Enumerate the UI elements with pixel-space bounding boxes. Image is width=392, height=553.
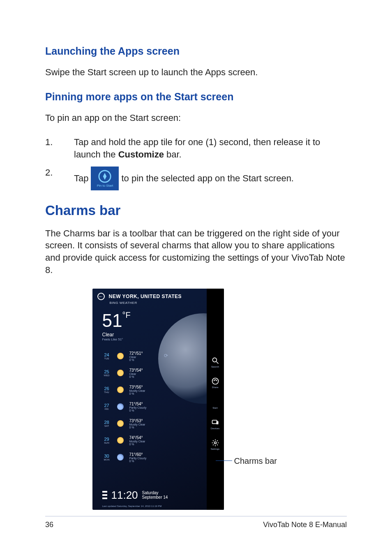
forecast-detail: 73°/53°Mostly Clear0 % [129, 419, 145, 429]
last-updated-label: Last updated Saturday, September 14, 201… [102, 505, 162, 507]
charms-bar-panel: Search Share Start Devices Settings [207, 289, 224, 510]
temperature-unit: °F [122, 310, 130, 319]
search-icon [211, 356, 219, 365]
charm-devices-label: Devices [210, 427, 221, 430]
svg-point-6 [214, 442, 216, 444]
step-1-text-b: bar. [164, 149, 182, 160]
forecast-row: 24TUE72°/51°Clear0 % [102, 351, 224, 361]
weather-icon [117, 437, 124, 444]
charm-share[interactable]: Share [210, 377, 221, 389]
pin-to-start-icon: Pin to Start [91, 167, 119, 190]
weather-icon [117, 420, 124, 427]
step-1-text-a: Tap and hold the app tile for one (1) se… [74, 137, 320, 160]
forecast-detail: 73°/54°Clear0 % [129, 368, 143, 378]
clock-date: September 14 [142, 495, 168, 500]
clock-dow: Saturday [142, 491, 168, 495]
forecast-row: 28SAT73°/53°Mostly Clear0 % [102, 419, 224, 429]
weather-icon [117, 454, 124, 460]
forecast-day: 25WED [102, 369, 111, 377]
forecast-list: ⟳ 24TUE72°/51°Clear0 %25WED73°/54°Clear0… [102, 351, 224, 463]
svg-point-3 [212, 378, 218, 384]
temperature-value: 51 [102, 310, 122, 331]
forecast-detail: 71°/54°Partly Cloudy0 % [129, 402, 147, 412]
step-2-text-a: Tap [74, 172, 88, 185]
page-number: 36 [45, 521, 53, 529]
clock-time: 11:20 [111, 489, 138, 502]
forecast-day: 24TUE [102, 352, 111, 360]
forecast-row: 29SUN74°/54°Mostly Clear0 % [102, 435, 224, 446]
heading-launching-apps: Launching the Apps screen [45, 45, 347, 57]
step-2: 2. Tap Pin to Start to pin the selected … [45, 167, 347, 190]
paragraph-swipe: Swipe the Start screen up to launch the … [45, 66, 347, 79]
charms-bar-figure: ← NEW YORK, UNITED STATES BING WEATHER 5… [92, 289, 300, 510]
charm-settings-label: Settings [210, 448, 221, 450]
step-2-text-b: to pin the selected app on the Start scr… [121, 172, 294, 185]
forecast-day: 28SAT [102, 420, 111, 427]
devices-icon [211, 418, 219, 426]
step-1: 1. Tap and hold the app tile for one (1)… [45, 136, 347, 160]
svg-point-1 [212, 358, 217, 362]
page-footer: 36 VivoTab Note 8 E-Manual [45, 516, 347, 529]
charm-devices[interactable]: Devices [210, 418, 221, 430]
callout-line [216, 460, 232, 461]
manual-title: VivoTab Note 8 E-Manual [263, 521, 347, 529]
paragraph-to-pin: To pin an app on the Start screen: [45, 112, 347, 124]
step-2-number: 2. [45, 167, 74, 190]
network-icon [102, 491, 107, 499]
windows-logo-icon [211, 398, 219, 406]
charm-start-label: Start [210, 407, 221, 409]
forecast-row: 27FRI71°/54°Partly Cloudy0 % [102, 402, 224, 412]
step-1-number: 1. [45, 136, 74, 160]
gear-icon [211, 439, 219, 447]
forecast-day: 26THU [102, 386, 111, 393]
paragraph-charms-desc: The Charms bar is a toolbar that can be … [45, 227, 347, 276]
charm-search[interactable]: Search [210, 356, 221, 368]
forecast-detail: 73°/56°Mostly Clear0 % [129, 385, 145, 395]
step-2-text: Tap Pin to Start to pin the selected app… [74, 167, 347, 190]
share-icon [211, 377, 219, 385]
weather-icon [117, 370, 124, 376]
forecast-detail: 72°/51°Clear0 % [129, 351, 143, 361]
back-icon[interactable]: ← [97, 293, 105, 300]
weather-icon [117, 403, 124, 410]
weather-icon [117, 353, 124, 359]
time-bar: 11:20 Saturday September 14 [102, 489, 168, 502]
city-label: NEW YORK, UNITED STATES [109, 294, 182, 299]
charm-search-label: Search [210, 366, 221, 368]
forecast-detail: 74°/54°Mostly Clear0 % [129, 435, 145, 446]
step-1-text: Tap and hold the app tile for one (1) se… [74, 136, 347, 160]
charm-settings[interactable]: Settings [210, 439, 221, 450]
step-1-bold: Customize [118, 149, 164, 160]
forecast-day: 30MON [102, 454, 111, 461]
pin-icon [98, 169, 112, 183]
charm-share-label: Share [210, 386, 221, 389]
forecast-row: 26THU73°/56°Mostly Clear0 % [102, 385, 224, 395]
pin-icon-label: Pin to Start [97, 184, 113, 187]
heading-pinning-apps: Pinning more apps on the Start screen [45, 91, 347, 103]
heading-charms-bar: Charms bar [45, 203, 347, 218]
forecast-detail: 71°/60°Partly Cloudy0 % [129, 452, 147, 463]
weather-icon [117, 386, 124, 393]
svg-rect-5 [216, 421, 218, 424]
svg-line-2 [216, 361, 218, 363]
forecast-row: 25WED73°/54°Clear0 % [102, 368, 224, 378]
svg-rect-4 [212, 420, 217, 423]
pin-steps-list: 1. Tap and hold the app tile for one (1)… [45, 136, 347, 190]
weather-app-screenshot: ← NEW YORK, UNITED STATES BING WEATHER 5… [92, 289, 224, 510]
forecast-row: 30MON71°/60°Partly Cloudy0 % [102, 452, 224, 463]
callout-charms-bar: Charms bar [234, 456, 277, 466]
forecast-day: 29SUN [102, 437, 111, 444]
refresh-icon[interactable]: ⟳ [164, 353, 168, 359]
charm-start[interactable]: Start [210, 398, 221, 409]
forecast-day: 27FRI [102, 403, 111, 410]
